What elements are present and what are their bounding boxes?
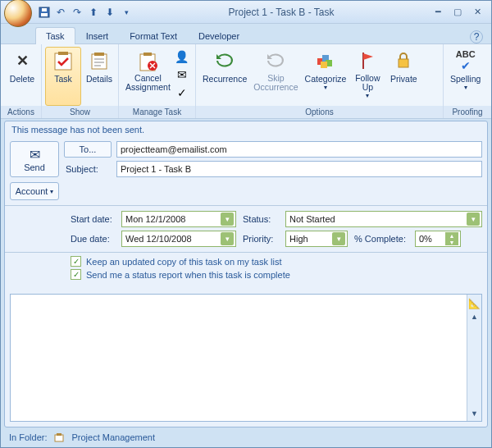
to-field[interactable] [116, 141, 482, 158]
skip-icon [264, 49, 287, 72]
categorize-icon [314, 49, 337, 72]
task-icon [52, 49, 75, 72]
status-value: Not Started [289, 214, 335, 224]
tab-format-text[interactable]: Format Text [119, 27, 188, 44]
svg-rect-21 [55, 435, 63, 441]
spelling-label: Spelling [450, 74, 481, 84]
status-bar: In Folder: Project Management [4, 429, 488, 446]
keep-copy-checkbox[interactable]: ✓ [71, 256, 81, 267]
undo-icon[interactable]: ↶ [53, 5, 68, 20]
ribbon-tabs: Task Insert Format Text Developer ? [1, 24, 491, 43]
spelling-button[interactable]: ABC✔ Spelling ▾ [447, 47, 484, 106]
info-bar: This message has not been sent. [5, 121, 487, 138]
titlebar: ↶ ↷ ⬆ ⬇ ▾ Project 1 - Task B - Task ━ ▢ … [1, 1, 491, 24]
minimize-button[interactable]: ━ [429, 6, 447, 19]
details-icon [88, 49, 111, 72]
tab-developer[interactable]: Developer [188, 27, 250, 44]
categorize-button[interactable]: Categorize ▾ [302, 47, 350, 106]
due-date-value: Wed 12/10/2008 [125, 234, 192, 244]
pct-complete-label: % Complete: [353, 234, 410, 244]
body-side-toolbar: 📐 ▲ ▼ [467, 295, 481, 421]
send-label: Send [24, 162, 45, 172]
svg-rect-6 [94, 53, 104, 56]
svg-rect-1 [41, 13, 48, 16]
due-date-picker[interactable]: Wed 12/10/2008▾ [121, 231, 236, 247]
in-folder-value: Project Management [71, 432, 155, 442]
group-options-label: Options [196, 106, 443, 118]
status-label: Status: [241, 214, 280, 224]
skip-occurrence-button[interactable]: Skip Occurrence [250, 47, 301, 106]
send-button[interactable]: ✉ Send [10, 141, 59, 177]
window-title: Project 1 - Task B - Task [134, 7, 429, 18]
delete-icon: ✕ [11, 49, 34, 72]
priority-dropdown[interactable]: High▾ [285, 231, 348, 247]
office-button[interactable] [4, 0, 32, 27]
in-folder-label: In Folder: [9, 432, 47, 442]
details-button[interactable]: Details [81, 47, 117, 106]
spin-up-icon[interactable]: ▲ [445, 232, 458, 239]
account-button[interactable]: Account ▾ [10, 182, 59, 200]
ribbon: ✕ Delete Actions Task Details Show [1, 43, 491, 119]
private-label: Private [390, 74, 417, 84]
send-status-icon[interactable]: ✉ [174, 66, 190, 83]
mark-complete-icon[interactable]: ✓ [174, 85, 190, 101]
pct-complete-spinner[interactable]: 0%▲▼ [415, 231, 461, 247]
delete-button[interactable]: ✕ Delete [4, 47, 40, 106]
cancel-assignment-label: Cancel Assignment [125, 74, 171, 92]
pct-complete-value: 0% [419, 234, 432, 244]
priority-label: Priority: [241, 234, 280, 244]
svg-rect-3 [55, 53, 71, 70]
task-window: ↶ ↷ ⬆ ⬇ ▾ Project 1 - Task B - Task ━ ▢ … [0, 0, 492, 448]
folder-icon [53, 432, 65, 442]
subject-field[interactable] [116, 161, 482, 177]
status-report-checkbox[interactable]: ✓ [71, 269, 81, 280]
qat-more-icon[interactable]: ▾ [119, 5, 134, 20]
svg-rect-22 [57, 433, 61, 436]
tab-task[interactable]: Task [35, 27, 75, 44]
spelling-icon: ABC✔ [454, 49, 477, 72]
maximize-button[interactable]: ▢ [449, 6, 467, 19]
next-icon[interactable]: ⬇ [102, 5, 117, 20]
status-dropdown[interactable]: Not Started▾ [285, 211, 482, 227]
recurrence-button[interactable]: Recurrence [199, 47, 250, 106]
private-button[interactable]: Private [385, 47, 421, 106]
svg-rect-11 [144, 53, 152, 56]
help-icon[interactable]: ? [470, 30, 483, 43]
group-actions-label: Actions [1, 106, 41, 118]
account-label: Account [16, 186, 48, 196]
scroll-down-icon[interactable]: ▼ [471, 409, 478, 418]
close-button[interactable]: ✕ [468, 6, 486, 19]
details-label: Details [86, 74, 112, 84]
follow-up-button[interactable]: Follow Up▾ [349, 47, 385, 106]
start-date-label: Start date: [69, 214, 116, 224]
group-proofing-label: Proofing [444, 106, 491, 118]
ruler-icon[interactable]: 📐 [468, 298, 481, 309]
start-date-picker[interactable]: Mon 12/1/2008▾ [121, 211, 236, 227]
redo-icon[interactable]: ↷ [70, 5, 84, 20]
delete-label: Delete [10, 74, 34, 84]
envelope-icon: ✉ [30, 147, 40, 162]
save-icon[interactable] [37, 5, 52, 20]
task-body-editor[interactable]: 📐 ▲ ▼ [10, 294, 482, 422]
chevron-down-icon: ▾ [221, 213, 234, 226]
task-view-button[interactable]: Task [45, 47, 81, 106]
manage-small-buttons: 👤 ✉ ✓ [174, 47, 190, 101]
prev-icon[interactable]: ⬆ [86, 5, 101, 20]
to-button[interactable]: To... [64, 141, 112, 158]
cancel-assignment-button[interactable]: Cancel Assignment [122, 47, 174, 106]
categorize-label: Categorize [305, 74, 347, 84]
spin-down-icon[interactable]: ▼ [445, 239, 458, 245]
scroll-up-icon[interactable]: ▲ [471, 313, 478, 321]
tab-insert[interactable]: Insert [75, 27, 120, 44]
recurrence-icon [213, 49, 236, 72]
assign-task-icon[interactable]: 👤 [174, 48, 190, 65]
follow-up-label: Follow Up [355, 74, 380, 92]
keep-copy-label: Keep an updated copy of this task on my … [86, 257, 281, 267]
due-date-label: Due date: [69, 234, 116, 244]
group-show-label: Show [42, 106, 118, 118]
chevron-down-icon: ▾ [464, 84, 467, 91]
status-report-label: Send me a status report when this task i… [86, 270, 290, 280]
recurrence-label: Recurrence [203, 74, 247, 84]
chevron-down-icon: ▾ [50, 188, 53, 195]
svg-rect-5 [92, 54, 107, 69]
